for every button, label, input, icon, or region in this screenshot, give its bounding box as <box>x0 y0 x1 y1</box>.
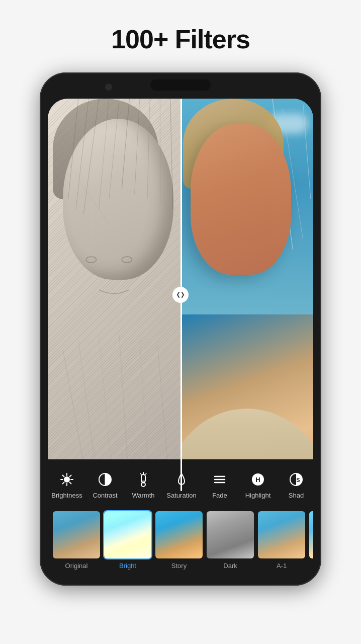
filter-dark-label: Dark <box>223 562 237 570</box>
svg-line-30 <box>70 475 71 477</box>
brightness-label: Brightness <box>51 492 82 499</box>
fade-icon <box>211 470 229 489</box>
warmth-icon <box>134 470 152 489</box>
sketch-side <box>48 99 180 491</box>
filter-story[interactable]: Story <box>154 510 204 570</box>
divider-handle[interactable] <box>172 287 189 303</box>
svg-line-1 <box>76 99 88 209</box>
phone-shell: Brightness Contrast <box>40 72 321 586</box>
svg-line-3 <box>99 99 109 209</box>
filter-strip: Original Bright Story <box>48 506 313 578</box>
svg-line-5 <box>122 99 129 189</box>
highlight-label: Highlight <box>245 492 271 499</box>
contrast-icon <box>96 470 114 489</box>
filter-dark[interactable]: Dark <box>206 510 255 570</box>
filter-sk1[interactable]: SK-1 <box>308 510 313 570</box>
warmth-label: Warmth <box>132 492 154 499</box>
filter-a1[interactable]: A-1 <box>257 510 306 570</box>
phone-camera <box>105 84 112 91</box>
svg-line-39 <box>140 473 141 474</box>
svg-line-2 <box>83 99 99 214</box>
filter-original-label: Original <box>65 562 88 570</box>
shadow-icon: S <box>287 470 305 489</box>
filter-a1-label: A-1 <box>277 562 287 570</box>
svg-line-28 <box>63 475 64 477</box>
brightness-tool[interactable]: Brightness <box>48 468 86 501</box>
brightness-icon <box>58 470 76 489</box>
filter-original[interactable]: Original <box>52 510 101 570</box>
photo-area[interactable] <box>48 99 313 491</box>
svg-line-4 <box>109 99 119 199</box>
svg-text:S: S <box>296 477 300 483</box>
svg-point-23 <box>64 476 70 482</box>
filter-story-label: Story <box>171 562 187 570</box>
phone-mockup: Brightness Contrast <box>40 72 321 586</box>
svg-line-0 <box>68 99 78 199</box>
color-side <box>180 99 313 491</box>
svg-point-10 <box>86 257 96 263</box>
contrast-label: Contrast <box>93 492 117 499</box>
filter-bright[interactable]: Bright <box>103 510 152 570</box>
warmth-tool[interactable]: Warmth <box>124 468 162 501</box>
filter-sk1-thumb <box>308 510 313 559</box>
svg-line-19 <box>53 124 94 199</box>
shadow-label: Shad <box>289 492 304 499</box>
svg-line-29 <box>70 482 71 484</box>
filter-a1-thumb <box>257 510 306 559</box>
phone-notch <box>150 79 211 91</box>
contrast-tool[interactable]: Contrast <box>86 468 124 501</box>
phone-screen: Brightness Contrast <box>48 99 313 578</box>
filter-dark-thumb <box>206 510 255 559</box>
fade-label: Fade <box>212 492 227 499</box>
filter-original-thumb <box>52 510 101 559</box>
svg-point-11 <box>122 257 132 263</box>
svg-text:H: H <box>255 476 260 484</box>
svg-line-9 <box>170 99 173 209</box>
svg-line-31 <box>63 482 64 484</box>
highlight-tool[interactable]: H Highlight <box>239 468 277 501</box>
filter-bright-label: Bright <box>119 562 136 570</box>
filter-bright-thumb <box>103 510 152 559</box>
shadow-tool[interactable]: S Shad <box>277 468 313 501</box>
fade-tool[interactable]: Fade <box>201 468 239 501</box>
filter-story-thumb <box>154 510 204 559</box>
svg-line-7 <box>147 99 150 199</box>
svg-line-38 <box>145 473 146 474</box>
svg-line-6 <box>135 99 140 194</box>
page-title: 100+ Filters <box>111 24 250 54</box>
saturation-label: Saturation <box>166 492 196 499</box>
highlight-icon: H <box>249 470 267 489</box>
